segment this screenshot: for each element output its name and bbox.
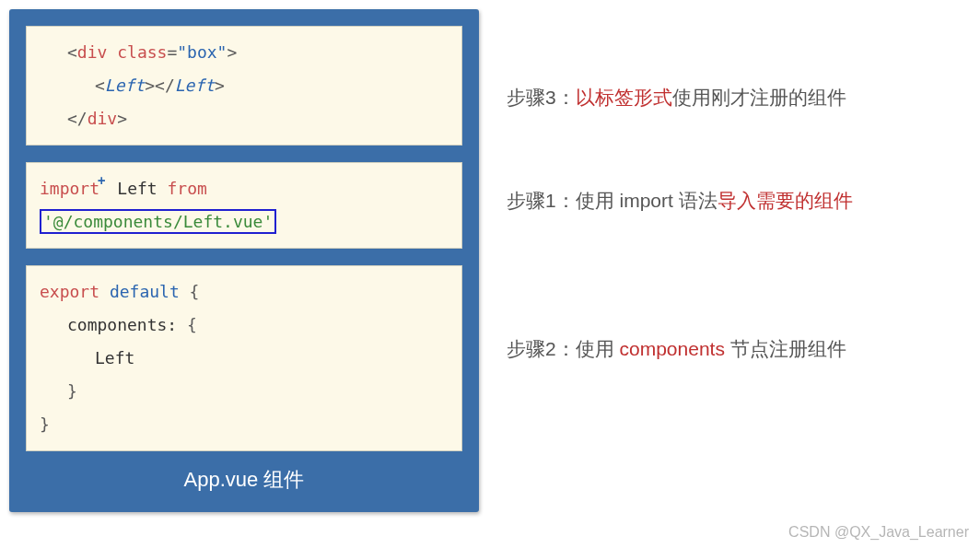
component-left: Left <box>175 76 215 95</box>
code-line: import+ Left from '@/components/Left.vue… <box>40 172 449 239</box>
code-line: } <box>40 408 449 441</box>
identifier-left: Left <box>95 348 134 367</box>
tag-div: div <box>88 109 118 128</box>
property-components: components: <box>67 315 177 334</box>
code-line: Left <box>40 342 449 375</box>
code-line: </div> <box>40 102 449 135</box>
code-line: <div class="box"> <box>40 36 449 69</box>
panel-caption: App.vue 组件 <box>26 461 462 496</box>
annotation-highlight: components <box>620 338 725 359</box>
annotation-step2: 步骤2：使用 components 节点注册组件 <box>507 334 971 364</box>
template-code-block: <div class="box"> <Left></Left> </div> <box>26 26 462 146</box>
code-line: components: { <box>40 309 449 342</box>
identifier-left: Left <box>107 179 167 198</box>
annotation-prefix: 步骤3： <box>507 87 576 108</box>
angle-bracket: < <box>67 42 77 62</box>
keyword-default: default <box>110 282 180 301</box>
keyword-import: import <box>40 179 99 198</box>
export-code-block: export default { components: { Left } } <box>26 265 462 451</box>
keyword-from: from <box>168 179 207 198</box>
import-code-block: import+ Left from '@/components/Left.vue… <box>26 162 462 249</box>
annotation-prefix: 步骤1：使用 import 语法 <box>507 190 718 211</box>
annotation-prefix: 步骤2：使用 <box>507 338 620 359</box>
code-panel: <div class="box"> <Left></Left> </div> i… <box>9 9 479 512</box>
attr-value: box <box>187 42 217 62</box>
annotation-step1: 步骤1：使用 import 语法导入需要的组件 <box>507 186 971 216</box>
import-path: '@/components/Left.vue' <box>43 212 273 231</box>
annotation-step3: 步骤3：以标签形式使用刚才注册的组件 <box>507 83 971 112</box>
code-line: export default { <box>40 275 449 309</box>
keyword-export: export <box>40 282 99 301</box>
plus-icon: + <box>98 173 105 188</box>
annotation-highlight: 导入需要的组件 <box>718 190 853 211</box>
main-container: <div class="box"> <Left></Left> </div> i… <box>0 0 980 521</box>
annotation-highlight: 以标签形式 <box>576 87 672 108</box>
annotation-suffix: 节点注册组件 <box>725 338 846 359</box>
attr-class: class <box>117 42 167 62</box>
annotation-suffix: 使用刚才注册的组件 <box>672 87 846 108</box>
tag-div: div <box>77 42 108 62</box>
code-line: <Left></Left> <box>40 69 449 102</box>
annotation-panel: 步骤3：以标签形式使用刚才注册的组件 步骤1：使用 import 语法导入需要的… <box>507 9 971 512</box>
watermark: CSDN @QX_Java_Learner <box>788 524 969 541</box>
code-line: } <box>40 375 449 408</box>
highlighted-path: '@/components/Left.vue' <box>40 209 276 234</box>
component-left: Left <box>105 76 145 95</box>
